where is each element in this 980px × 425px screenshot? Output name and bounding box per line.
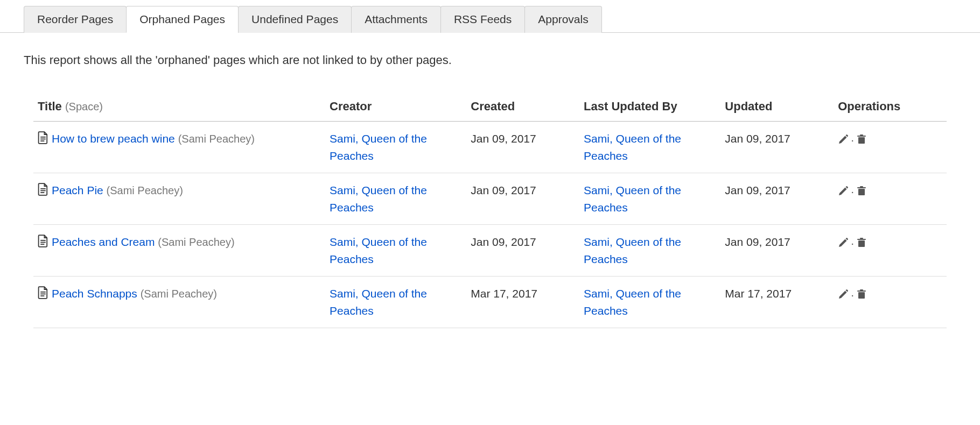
table-row: Peach Pie (Sami Peachey)Sami, Queen of t… — [33, 173, 947, 225]
tab-attachments[interactable]: Attachments — [351, 6, 441, 33]
tab-reorder-pages[interactable]: Reorder Pages — [24, 6, 127, 33]
page-title-link[interactable]: Peach Pie — [52, 184, 103, 196]
column-header-title: Title (Space) — [33, 94, 325, 122]
delete-icon[interactable] — [856, 182, 867, 199]
column-header-operations: Operations — [834, 94, 947, 122]
updated-date: Jan 09, 2017 — [720, 173, 834, 225]
column-header-created: Created — [466, 94, 579, 122]
page-icon — [38, 235, 48, 252]
creator-link[interactable]: Sami, Queen of the Peaches — [330, 236, 427, 265]
tab-undefined-pages[interactable]: Undefined Pages — [238, 6, 352, 33]
svg-rect-21 — [858, 292, 865, 299]
operation-separator: · — [851, 183, 854, 200]
created-date: Mar 17, 2017 — [466, 277, 579, 328]
column-header-updated-by: Last Updated By — [579, 94, 720, 122]
tab-orphaned-pages[interactable]: Orphaned Pages — [126, 6, 239, 33]
edit-icon[interactable] — [838, 130, 849, 147]
edit-icon[interactable] — [838, 233, 849, 251]
space-name: (Sami Peachey) — [107, 185, 183, 196]
tab-rss-feeds[interactable]: RSS Feeds — [440, 6, 525, 33]
delete-icon[interactable] — [856, 130, 867, 147]
page-icon — [38, 131, 48, 149]
updated-by-link[interactable]: Sami, Queen of the Peaches — [584, 184, 681, 214]
page-title-link[interactable]: Peach Schnapps — [52, 287, 137, 300]
report-description: This report shows all the 'orphaned' pag… — [24, 53, 956, 67]
creator-link[interactable]: Sami, Queen of the Peaches — [330, 184, 427, 214]
operation-separator: · — [851, 235, 854, 252]
creator-link[interactable]: Sami, Queen of the Peaches — [330, 132, 427, 162]
tab-approvals[interactable]: Approvals — [524, 6, 601, 33]
tab-bar: Reorder Pages Orphaned Pages Undefined P… — [0, 0, 980, 33]
updated-by-link[interactable]: Sami, Queen of the Peaches — [584, 236, 681, 265]
operation-separator: · — [851, 286, 854, 303]
page-title-link[interactable]: How to brew peach wine — [52, 132, 175, 145]
updated-date: Mar 17, 2017 — [720, 277, 834, 328]
delete-icon[interactable] — [856, 233, 867, 251]
svg-rect-23 — [860, 289, 863, 291]
space-name: (Sami Peachey) — [178, 133, 255, 145]
delete-icon[interactable] — [856, 285, 867, 302]
edit-icon[interactable] — [838, 285, 849, 302]
svg-rect-3 — [858, 137, 865, 144]
created-date: Jan 09, 2017 — [466, 225, 579, 277]
orphaned-pages-table: Title (Space) Creator Created Last Updat… — [33, 94, 947, 328]
updated-date: Jan 09, 2017 — [720, 225, 834, 277]
svg-rect-4 — [857, 136, 866, 137]
svg-rect-16 — [857, 239, 866, 240]
created-date: Jan 09, 2017 — [466, 173, 579, 225]
column-header-updated: Updated — [720, 94, 834, 122]
table-row: Peach Schnapps (Sami Peachey)Sami, Queen… — [33, 277, 947, 328]
page-title-link[interactable]: Peaches and Cream — [52, 236, 155, 248]
column-header-creator: Creator — [325, 94, 466, 122]
edit-icon[interactable] — [838, 182, 849, 199]
svg-rect-17 — [860, 238, 863, 239]
space-name: (Sami Peachey) — [158, 236, 234, 248]
updated-by-link[interactable]: Sami, Queen of the Peaches — [584, 287, 681, 317]
svg-rect-10 — [857, 187, 866, 188]
page-icon — [38, 286, 48, 304]
updated-by-link[interactable]: Sami, Queen of the Peaches — [584, 132, 681, 162]
operation-separator: · — [851, 131, 854, 148]
svg-rect-11 — [860, 186, 863, 187]
svg-rect-9 — [858, 189, 865, 195]
updated-date: Jan 09, 2017 — [720, 122, 834, 173]
created-date: Jan 09, 2017 — [466, 122, 579, 173]
svg-rect-15 — [858, 240, 865, 247]
table-row: How to brew peach wine (Sami Peachey)Sam… — [33, 122, 947, 173]
table-row: Peaches and Cream (Sami Peachey)Sami, Qu… — [33, 225, 947, 277]
svg-rect-5 — [860, 134, 863, 136]
space-name: (Sami Peachey) — [141, 288, 217, 300]
page-icon — [38, 183, 48, 201]
creator-link[interactable]: Sami, Queen of the Peaches — [330, 287, 427, 317]
svg-rect-22 — [857, 291, 866, 292]
